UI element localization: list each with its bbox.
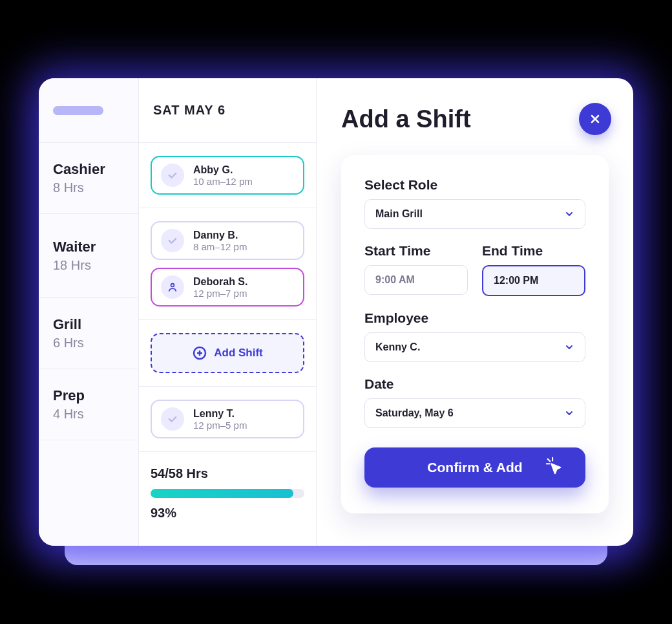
shift-card[interactable]: Danny B. 8 am–12 pm: [151, 221, 304, 260]
svg-point-0: [171, 284, 174, 287]
add-shift-button[interactable]: Add Shift: [151, 333, 304, 373]
confirm-add-button[interactable]: Confirm & Add: [364, 447, 585, 488]
hours-summary: 54/58 Hrs 93%: [139, 452, 316, 541]
shift-name: Lenny T.: [193, 408, 247, 420]
day-cell-prep: Lenny T. 12 pm–5 pm: [139, 387, 316, 452]
shift-time: 8 am–12 pm: [193, 241, 247, 252]
person-icon: [161, 275, 184, 299]
date-value: Saturday, May 6: [375, 407, 454, 419]
role-name: Waiter: [53, 239, 124, 255]
role-grill[interactable]: Grill 6 Hrs: [39, 298, 138, 369]
svg-line-8: [548, 458, 551, 461]
plus-circle-icon: [192, 345, 207, 361]
role-select[interactable]: Main Grill: [364, 199, 585, 229]
shift-name: Abby G.: [193, 164, 253, 176]
shift-name: Danny B.: [193, 230, 247, 241]
add-shift-label: Add Shift: [214, 347, 263, 360]
roles-header: [39, 78, 138, 143]
shift-time: 12 pm–7 pm: [193, 288, 247, 299]
role-hours: 8 Hrs: [53, 180, 124, 195]
shift-card[interactable]: Lenny T. 12 pm–5 pm: [151, 400, 304, 438]
check-icon: [161, 229, 184, 252]
shift-time: 10 am–12 pm: [193, 176, 253, 187]
role-prep[interactable]: Prep 4 Hrs: [39, 369, 138, 440]
shift-time: 12 pm–5 pm: [193, 420, 247, 431]
scheduling-card: Cashier 8 Hrs Waiter 18 Hrs Grill 6 Hrs …: [39, 78, 633, 546]
day-cell-grill: Add Shift: [139, 320, 316, 387]
chevron-down-icon: [564, 209, 574, 219]
role-hours: 4 Hrs: [53, 407, 124, 422]
day-cell-waiter: Danny B. 8 am–12 pm Deborah S. 12 pm–7 p…: [139, 208, 316, 320]
summary-ratio: 54/58 Hrs: [151, 466, 304, 481]
start-time-label: Start Time: [364, 243, 468, 259]
end-time-input[interactable]: 12:00 PM: [482, 265, 585, 296]
day-label: SAT MAY 6: [153, 103, 226, 118]
employee-label: Employee: [364, 310, 585, 326]
role-hours: 18 Hrs: [53, 258, 124, 273]
shift-card[interactable]: Deborah S. 12 pm–7 pm: [151, 268, 304, 307]
summary-percent: 93%: [151, 506, 304, 521]
role-value: Main Grill: [375, 208, 423, 220]
start-time-input[interactable]: 9:00 AM: [364, 265, 468, 295]
chevron-down-icon: [564, 408, 574, 418]
schedule-grid: Cashier 8 Hrs Waiter 18 Hrs Grill 6 Hrs …: [39, 78, 317, 546]
shift-form: Select Role Main Grill Start Time 9:00 A…: [341, 155, 609, 513]
role-name: Cashier: [53, 161, 124, 178]
shift-card[interactable]: Abby G. 10 am–12 pm: [151, 156, 304, 195]
role-name: Grill: [53, 316, 124, 333]
progress-fill: [151, 489, 293, 498]
close-icon: [589, 113, 602, 125]
end-time-label: End Time: [482, 243, 585, 259]
role-label: Select Role: [364, 177, 585, 193]
roles-column: Cashier 8 Hrs Waiter 18 Hrs Grill 6 Hrs …: [39, 78, 139, 546]
progress-bar: [151, 489, 304, 498]
check-icon: [161, 407, 184, 431]
role-name: Prep: [53, 387, 124, 404]
role-hours: 6 Hrs: [53, 336, 124, 350]
day-header: SAT MAY 6: [139, 78, 316, 143]
panel-title: Add a Shift: [341, 105, 609, 133]
placeholder-pill: [53, 106, 103, 115]
chevron-down-icon: [564, 342, 574, 352]
add-shift-panel: Add a Shift Select Role Main Grill Start…: [317, 78, 633, 546]
cursor-click-icon: [544, 457, 563, 479]
role-waiter[interactable]: Waiter 18 Hrs: [39, 214, 138, 298]
close-button[interactable]: [579, 103, 611, 135]
role-cashier[interactable]: Cashier 8 Hrs: [39, 143, 138, 214]
employee-select[interactable]: Kenny C.: [364, 332, 585, 362]
date-label: Date: [364, 376, 585, 392]
shift-name: Deborah S.: [193, 276, 247, 288]
check-icon: [161, 164, 184, 187]
day-cell-cashier: Abby G. 10 am–12 pm: [139, 143, 316, 208]
day-column: SAT MAY 6 Abby G. 10 am–12 pm: [139, 78, 316, 546]
date-select[interactable]: Saturday, May 6: [364, 398, 585, 428]
confirm-label: Confirm & Add: [427, 460, 522, 475]
end-time-value: 12:00 PM: [494, 275, 538, 286]
employee-value: Kenny C.: [375, 341, 420, 353]
start-time-value: 9:00 AM: [375, 274, 415, 286]
